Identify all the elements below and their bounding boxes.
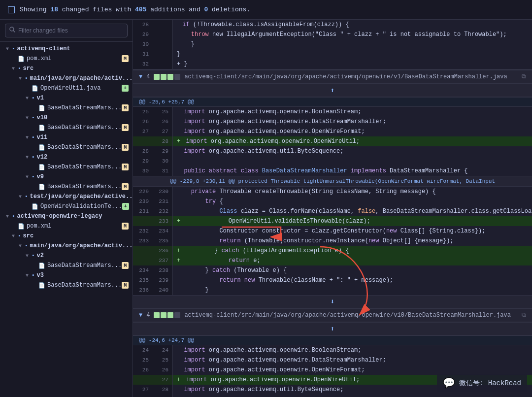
diff-line: 2930 — [133, 156, 532, 166]
sidebar-item-v9[interactable]: ▼ ▪ v9 — [0, 172, 133, 182]
filter-input-wrapper[interactable] — [5, 24, 128, 37]
folder-icon: ▪ — [18, 66, 21, 71]
sidebar-item-v11[interactable]: ▼ ▪ v11 — [0, 132, 133, 142]
sidebar-item-v12[interactable]: ▼ ▪ v12 — [0, 152, 133, 162]
sidebar-item-v1[interactable]: ▼ ▪ v1 — [0, 93, 133, 103]
hunk-range-2: @@ -229,8 +230,11 @@ protected Throwable… — [170, 178, 495, 184]
diff-area: 28 if (!Throwable.class.isAssignableFrom… — [133, 20, 532, 397]
diff-line: 2525 import org.apache.activemq.openwire… — [133, 355, 532, 365]
sidebar-item-main-java-1[interactable]: ▼ ▪ main/java/org/apache/activ... — [0, 73, 133, 83]
sidebar-item-label: v2 — [37, 252, 44, 259]
tree-arrow — [31, 104, 37, 111]
top-snippet: 28 if (!Throwable.class.isAssignableFrom… — [133, 20, 532, 70]
file-path-1: activemq-client/src/main/java/org/apache… — [184, 73, 507, 80]
expand-button-1[interactable]: ▼ — [139, 73, 142, 80]
line-num-old: 30 — [133, 39, 153, 49]
sidebar-item-openwirevalidation[interactable]: 📄 OpenWireValidationTe... + — [0, 201, 133, 211]
copy-icon-2[interactable]: ⧉ — [522, 312, 526, 319]
line-num-new — [153, 59, 172, 69]
sidebar-item-base-v10[interactable]: 📄 BaseDataStreamMars... M — [0, 123, 133, 132]
diff-line: 2626 import org.apache.activemq.openwire… — [133, 365, 532, 375]
watermark: 💬 微信号: HackRead — [437, 374, 527, 392]
expand-down-btn-1[interactable]: ⬇ — [133, 295, 532, 308]
folder-icon: ▪ — [32, 174, 35, 180]
expand-up-btn-1[interactable]: ⬆ — [133, 84, 532, 97]
line-content: throw new IllegalArgumentException("Clas… — [173, 30, 532, 39]
sidebar-item-openwireutil[interactable]: 📄 OpenWireUtil.java + — [0, 83, 133, 93]
sidebar-item-activemq-client[interactable]: ▼ ▪ activemq-client — [0, 44, 133, 54]
sidebar-item-label: pom.xml — [27, 223, 51, 230]
tree-arrow: ▼ — [4, 45, 11, 52]
sidebar-item-label: main/java/org/apache/activ... — [30, 242, 133, 249]
expand-up-btn-2[interactable]: ⬆ — [133, 322, 532, 335]
folder-icon: ▪ — [32, 272, 35, 278]
file-icon: 📄 — [38, 144, 45, 151]
expand-arrow-up: ⬆ — [331, 86, 334, 95]
diff-line-added-catch: 236 + } catch (IllegalArgumentException … — [133, 246, 532, 256]
sidebar-item-label: v9 — [37, 173, 44, 180]
folder-icon: ▪ — [32, 154, 35, 160]
badge-modified: M — [122, 104, 129, 111]
badge-modified: M — [122, 164, 129, 170]
file-icon: 📄 — [32, 85, 38, 92]
file-icon: 📄 — [18, 56, 25, 62]
diff-line: 2525 import org.apache.activemq.openwire… — [133, 107, 532, 117]
wechat-icon: 💬 — [443, 377, 455, 389]
diff-line: 2727 import org.apache.activemq.openwire… — [133, 127, 532, 136]
tree-arrow — [31, 124, 37, 131]
sidebar-item-pom-xml-1[interactable]: 📄 pom.xml M — [0, 54, 133, 64]
sidebar-item-pom-xml-2[interactable]: 📄 pom.xml M — [0, 221, 133, 231]
tree-arrow — [31, 164, 37, 170]
status-blocks-label-2: 4 — [146, 312, 150, 319]
file-icon: 📄 — [38, 184, 45, 190]
tree-arrow: ▼ — [24, 114, 31, 121]
sidebar-item-label: BaseDataStreamMars... — [47, 183, 122, 190]
tree-arrow — [10, 55, 17, 62]
sidebar-item-base-v2[interactable]: 📄 BaseDataStreamMars... M — [0, 261, 133, 270]
sidebar-item-base-v9[interactable]: 📄 BaseDataStreamMars... M — [0, 182, 133, 192]
sidebar-item-base-v11[interactable]: 📄 BaseDataStreamMars... M — [0, 142, 133, 152]
expand-middle-btn-1[interactable]: @@ -229,8 +230,11 @@ protected Throwable… — [133, 176, 532, 187]
expand-arrow-down: ⬇ — [331, 298, 334, 306]
line-content: } — [173, 39, 532, 49]
folder-icon: ▪ — [25, 194, 28, 199]
sidebar-item-base-v12[interactable]: 📄 BaseDataStreamMars... M — [0, 162, 133, 172]
line-num-new — [153, 39, 172, 49]
tree-arrow: ▼ — [4, 213, 11, 220]
folder-icon: ▪ — [25, 75, 28, 81]
file-path-2: activemq-client/src/main/java/org/apache… — [184, 312, 511, 319]
file-icon: 📄 — [18, 223, 25, 230]
sidebar-item-v2[interactable]: ▼ ▪ v2 — [0, 251, 133, 261]
line-num-old: 28 — [133, 20, 153, 30]
sidebar-item-base-v3[interactable]: 📄 BaseDataStreamMars... M — [0, 280, 133, 290]
sidebar-item-src-1[interactable]: ▼ ▪ src — [0, 64, 133, 73]
sidebar-item-v3[interactable]: ▼ ▪ v3 — [0, 270, 133, 280]
line-num-old: 31 — [133, 49, 153, 59]
diff-file-header-1: ▼ 4 activemq-client/src/main/java/org/ap… — [133, 70, 532, 84]
sidebar-item-src-2[interactable]: ▼ ▪ src — [0, 231, 133, 241]
hunk-header-1: @@ -25,6 +25,7 @@ — [133, 97, 532, 107]
tree-arrow: ▼ — [24, 252, 31, 259]
tree-arrow: ▼ — [24, 173, 31, 180]
sidebar-item-main-java-2[interactable]: ▼ ▪ main/java/org/apache/activ... — [0, 241, 133, 251]
sidebar-item-v10[interactable]: ▼ ▪ v10 — [0, 113, 133, 123]
sidebar-item-base-v1[interactable]: 📄 BaseDataStreamMars... M — [0, 103, 133, 113]
sidebar: ▼ ▪ activemq-client 📄 pom.xml M ▼ ▪ src … — [0, 20, 133, 397]
folder-icon: ▪ — [25, 243, 28, 249]
tree-arrow: ▼ — [24, 134, 31, 141]
expand-button-2[interactable]: ▼ — [139, 312, 142, 319]
diff-line-added-validate: 233 + OpenWireUtil.validateIsThrowable(c… — [133, 216, 532, 226]
sidebar-item-label: BaseDataStreamMars... — [47, 262, 122, 269]
sidebar-item-activemq-legacy[interactable]: ▼ ▪ activemq-openwire-legacy — [0, 211, 133, 221]
line-num-old: 29 — [133, 30, 153, 39]
tree-arrow — [31, 282, 37, 289]
sidebar-item-test-java[interactable]: ▼ ▪ test/java/org/apache/active... — [0, 192, 133, 201]
sidebar-item-label: BaseDataStreamMars... — [47, 124, 122, 131]
sidebar-item-label: BaseDataStreamMars... — [47, 282, 122, 289]
select-all-checkbox[interactable] — [8, 6, 15, 13]
badge-added: + — [122, 85, 129, 92]
filter-input[interactable] — [18, 27, 123, 34]
copy-icon-1[interactable]: ⧉ — [522, 73, 526, 80]
tree-arrow: ▼ — [17, 75, 24, 82]
badge-modified: M — [122, 144, 129, 151]
